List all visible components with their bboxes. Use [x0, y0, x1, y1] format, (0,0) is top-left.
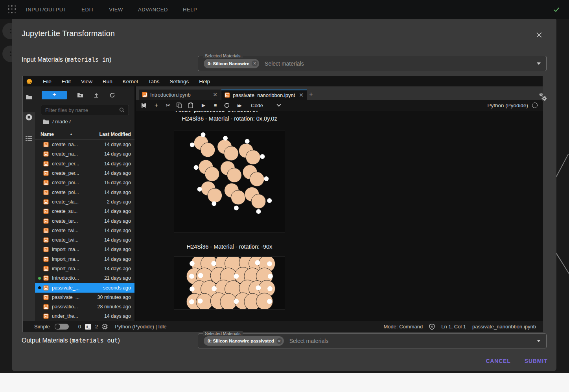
file-row[interactable]: import_ma...14 days ago: [35, 245, 134, 254]
column-last-modified[interactable]: Last Modified: [99, 132, 131, 137]
app-menu-view[interactable]: VIEW: [109, 7, 123, 13]
file-modified: 30 minutes ago: [98, 295, 131, 300]
running-dot-icon: [38, 172, 41, 175]
new-launcher-button[interactable]: +: [42, 91, 67, 99]
refresh-icon[interactable]: [109, 92, 115, 98]
file-row[interactable]: create_na...14 days ago: [35, 149, 134, 159]
dropdown-arrow-icon[interactable]: [537, 62, 541, 65]
output-material-chip[interactable]: 0: Silicon Nanowire passivated ✕: [204, 336, 284, 346]
file-row[interactable]: import_ma...14 days ago: [35, 264, 134, 273]
column-name[interactable]: Name: [41, 132, 54, 137]
app-menu-help[interactable]: HELP: [183, 7, 197, 13]
jlab-menu-edit[interactable]: Edit: [57, 79, 76, 84]
running-sessions-icon[interactable]: [26, 114, 32, 121]
kernels-count[interactable]: 2: [95, 324, 98, 330]
kernel-status-label[interactable]: Python (Pyodide) | Idle: [115, 324, 166, 330]
file-row[interactable]: passivatio...28 minutes ago: [35, 302, 134, 311]
file-row[interactable]: passivate_...30 minutes ago: [35, 293, 134, 302]
app-menu-input-output[interactable]: INPUT/OUTPUT: [26, 7, 66, 13]
jupyterlab-menu-items: FileEditViewRunKernelTabsSettingsHelp: [38, 79, 215, 84]
file-list-header[interactable]: Name ▲ Last Modified: [35, 129, 134, 140]
file-row[interactable]: create_na...14 days ago: [35, 140, 134, 149]
input-label-code: materials_in: [67, 56, 109, 63]
cancel-button[interactable]: CANCEL: [484, 355, 512, 367]
chevron-down-icon[interactable]: [277, 102, 281, 106]
filter-files-input[interactable]: [41, 105, 129, 115]
running-dot-icon: [38, 315, 41, 318]
tab-close-icon[interactable]: ✕: [210, 92, 217, 98]
trust-shield-icon[interactable]: [429, 324, 435, 330]
notebook-icon: [43, 180, 49, 185]
input-materials-select[interactable]: Selected Materials 0: Silicon Nanowire ✕…: [198, 56, 547, 71]
file-name: import_ma...: [52, 266, 79, 271]
tab-passivate-nanoribbon-notebook[interactable]: passivate_nanoribbon.ipynb ✕: [221, 90, 307, 100]
file-row[interactable]: create_sla...2 days ago: [35, 197, 134, 207]
dialog-close-icon[interactable]: [535, 31, 543, 39]
output-chip-label: 0: Silicon Nanowire passivated: [208, 339, 274, 343]
file-row[interactable]: passivate_...seconds ago: [35, 283, 134, 292]
notebook-output-area[interactable]: Final passivated structure: H24Si36 - Ma…: [136, 111, 543, 321]
stop-kernel-icon[interactable]: ■: [212, 103, 219, 108]
output-label-text: Output Materials (: [22, 337, 72, 344]
terminals-count[interactable]: 0: [78, 324, 81, 330]
file-row[interactable]: create_twi...14 days ago: [35, 226, 134, 235]
cell-type-select[interactable]: Code: [251, 103, 263, 108]
input-material-chip[interactable]: 0: Silicon Nanowire ✕: [204, 59, 259, 68]
file-row[interactable]: create_per...14 days ago: [35, 159, 134, 169]
notebook-icon: [43, 199, 49, 205]
command-mode-label[interactable]: Mode: Command: [384, 324, 423, 330]
file-name: under_the...: [52, 313, 78, 319]
running-dot-icon: [38, 229, 41, 232]
settings-gears-icon[interactable]: [539, 93, 547, 102]
file-row[interactable]: create_per...14 days ago: [35, 169, 134, 178]
file-row[interactable]: under_the...14 days ago: [35, 311, 134, 321]
breadcrumb[interactable]: / made /: [43, 119, 71, 125]
jlab-menu-run[interactable]: Run: [98, 79, 118, 84]
add-cell-icon[interactable]: +: [153, 102, 160, 109]
notebook-toolbar: + ✂ ▶ ■ ▶▶ Code Python (: [136, 100, 543, 111]
jlab-menu-help[interactable]: Help: [194, 79, 215, 84]
app-menu-edit[interactable]: EDIT: [81, 7, 94, 13]
run-cell-icon[interactable]: ▶: [200, 103, 207, 108]
file-row[interactable]: import_ma...14 days ago: [35, 255, 134, 264]
jlab-menu-tabs[interactable]: Tabs: [143, 79, 165, 84]
file-row[interactable]: create_poi...15 days ago: [35, 178, 134, 187]
save-icon[interactable]: [141, 103, 148, 108]
chip-remove-icon[interactable]: ✕: [276, 338, 282, 344]
jlab-menu-kernel[interactable]: Kernel: [118, 79, 143, 84]
simple-mode-label: Simple: [34, 324, 50, 330]
file-row[interactable]: create_poi...14 days ago: [35, 187, 134, 197]
restart-run-all-icon[interactable]: ▶▶: [236, 103, 242, 108]
app-grid-icon[interactable]: [8, 5, 17, 14]
dropdown-arrow-icon[interactable]: [537, 340, 541, 342]
copy-cells-icon[interactable]: [177, 103, 183, 108]
file-browser-icon[interactable]: [26, 94, 32, 100]
chip-remove-icon[interactable]: ✕: [252, 60, 258, 66]
jlab-menu-view[interactable]: View: [76, 79, 98, 84]
file-row[interactable]: Introductio...21 days ago: [35, 273, 134, 283]
tab-close-icon[interactable]: ✕: [296, 92, 304, 98]
file-row[interactable]: create_twi...14 days ago: [35, 235, 134, 245]
tab-introduction-notebook[interactable]: Introduction.ipynb ✕: [139, 90, 221, 100]
jlab-menu-file[interactable]: File: [38, 79, 57, 84]
table-of-contents-icon[interactable]: [26, 136, 32, 141]
jlab-menu-settings[interactable]: Settings: [164, 79, 194, 84]
kernel-name-label[interactable]: Python (Pyodide): [487, 103, 528, 108]
upload-icon[interactable]: [94, 92, 99, 98]
add-tab-icon[interactable]: +: [309, 90, 313, 98]
output-materials-select[interactable]: Selected Materials 0: Silicon Nanowire p…: [198, 333, 547, 348]
file-modified: 2 days ago: [107, 199, 131, 205]
paste-cells-icon[interactable]: [188, 103, 195, 108]
cut-cells-icon[interactable]: ✂: [165, 102, 171, 108]
cursor-position-label[interactable]: Ln 1, Col 1: [441, 324, 466, 330]
simple-mode-toggle[interactable]: [55, 324, 69, 330]
app-menu-advanced[interactable]: ADVANCED: [138, 7, 168, 13]
file-modified: 14 days ago: [104, 209, 131, 214]
file-row[interactable]: create_su...14 days ago: [35, 207, 134, 216]
new-folder-icon[interactable]: [77, 92, 83, 98]
kernel-status-icon[interactable]: [532, 103, 538, 108]
submit-button[interactable]: SUBMIT: [523, 355, 549, 367]
file-row[interactable]: create_ter...14 days ago: [35, 216, 134, 225]
structure-figure-side-view: [174, 256, 285, 310]
restart-kernel-icon[interactable]: [224, 103, 230, 108]
